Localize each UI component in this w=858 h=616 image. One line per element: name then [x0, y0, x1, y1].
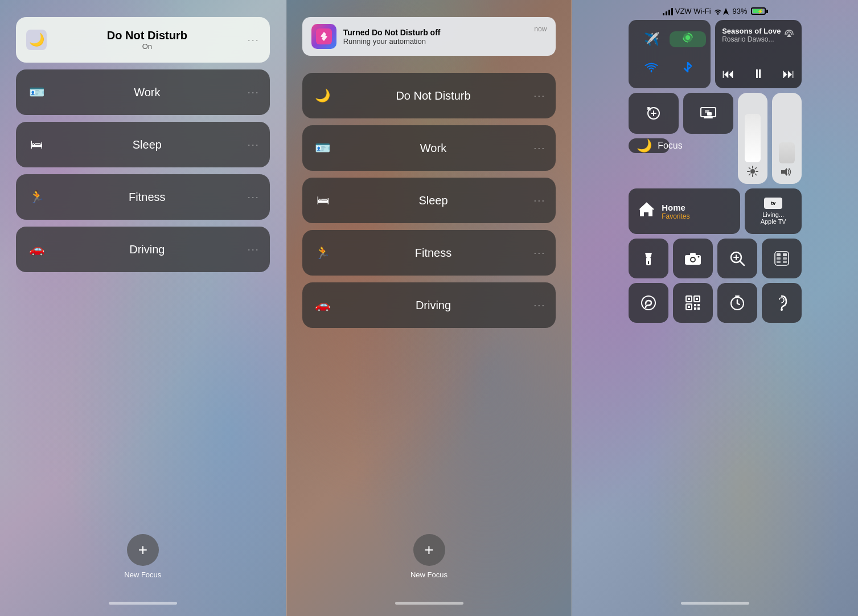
timer-button[interactable]	[717, 283, 757, 323]
flashlight-button[interactable]	[629, 239, 668, 278]
work-icon-2: 🪪	[313, 138, 333, 158]
home-favorites-button[interactable]: Home Favorites	[629, 188, 740, 234]
sleep-icon: 🛏	[26, 134, 47, 155]
shazam-button[interactable]	[629, 283, 668, 323]
home-indicator-2[interactable]	[395, 602, 463, 605]
bluetooth-svg	[683, 60, 692, 74]
hearing-button[interactable]	[762, 283, 802, 323]
fitness-more[interactable]: ···	[248, 191, 260, 203]
camera-button[interactable]	[673, 239, 713, 278]
fitness-more-2[interactable]: ···	[533, 247, 545, 259]
calculator-button[interactable]	[762, 239, 802, 278]
new-focus-button-2[interactable]: +	[413, 534, 445, 566]
focus-item-dnd-2[interactable]: 🌙 Do Not Disturb ···	[302, 73, 556, 118]
svg-marker-18	[781, 168, 787, 176]
home-icon	[638, 202, 655, 221]
dnd-icon-2: 🌙	[313, 85, 333, 106]
sleep-more-2[interactable]: ···	[533, 195, 545, 207]
screen-mirroring-button[interactable]	[683, 93, 733, 134]
bluetooth-button[interactable]	[670, 60, 706, 77]
focus-item-sleep[interactable]: 🛏 Sleep ···	[16, 122, 270, 167]
signal-bars	[663, 7, 673, 15]
new-focus-icon-1: +	[138, 541, 147, 559]
apple-tv-button[interactable]: tv Living... Apple TV	[745, 188, 802, 234]
music-top: Seasons of Love Rosario Dawso...	[722, 27, 795, 43]
dnd-more-2[interactable]: ···	[533, 90, 545, 102]
cc-row-small	[629, 93, 733, 134]
qr-code-button[interactable]	[673, 283, 713, 323]
home-indicator-1[interactable]	[109, 602, 177, 605]
home-title: Home	[662, 203, 689, 212]
play-pause-button[interactable]: ⏸	[752, 67, 765, 81]
apple-tv-logo: tv	[764, 198, 782, 209]
svg-rect-34	[777, 257, 781, 260]
focus-button[interactable]: 🌙 Focus	[629, 138, 670, 153]
rewind-button[interactable]: ⏮	[722, 67, 734, 81]
panel-focus-1: 🌙 Do Not Disturb On ··· 🪪 Work ··· 🛏 Sle…	[0, 0, 286, 616]
fast-forward-button[interactable]: ⏭	[782, 67, 795, 81]
focus-item-work[interactable]: 🪪 Work ···	[16, 69, 270, 115]
airplane-mode-button[interactable]: ✈️	[633, 32, 670, 47]
battery-percent: 93%	[733, 7, 748, 15]
focus-item-work-2[interactable]: 🪪 Work ···	[302, 125, 556, 171]
svg-rect-8	[707, 112, 712, 116]
svg-line-15	[755, 174, 756, 175]
airplay-icon[interactable]	[783, 27, 795, 41]
signal-area: VZW Wi-Fi	[663, 7, 722, 15]
location-icon	[722, 7, 729, 15]
home-tile-info: Home Favorites	[662, 203, 689, 220]
svg-point-26	[698, 256, 700, 258]
focus-item-sleep-2[interactable]: 🛏 Sleep ···	[302, 178, 556, 223]
focus-item-fitness-2[interactable]: 🏃 Fitness ···	[302, 230, 556, 276]
bluetooth-icon	[683, 60, 692, 77]
hearing-icon	[775, 295, 789, 311]
do-not-disturb-icon: 🌙	[26, 30, 47, 50]
svg-rect-45	[694, 304, 696, 306]
work-more[interactable]: ···	[248, 87, 260, 98]
svg-rect-37	[783, 261, 787, 263]
qr-code-icon	[685, 295, 701, 311]
focus-item-driving-2[interactable]: 🚗 Driving ···	[302, 282, 556, 328]
zoom-button[interactable]	[717, 239, 757, 278]
svg-rect-33	[783, 253, 787, 256]
focus-item-driving[interactable]: 🚗 Driving ···	[16, 227, 270, 272]
svg-marker-20	[645, 253, 652, 257]
new-focus-label-1: New Focus	[124, 570, 161, 579]
svg-point-54	[781, 309, 783, 311]
carrier-label: VZW Wi-Fi	[675, 7, 711, 15]
cellular-svg	[682, 31, 694, 44]
sleep-more[interactable]: ···	[248, 139, 260, 151]
svg-line-17	[749, 174, 750, 175]
fitness-label-2: Fitness	[333, 247, 534, 260]
cellular-button[interactable]	[670, 31, 706, 47]
music-controls: ⏮ ⏸ ⏭	[722, 67, 795, 81]
screen-mirroring-icon	[700, 107, 716, 120]
svg-marker-3	[787, 34, 791, 37]
driving-more-2[interactable]: ···	[533, 299, 545, 311]
connectivity-tile[interactable]: ✈️	[629, 20, 711, 88]
music-tile[interactable]: Seasons of Love Rosario Dawso...	[715, 20, 802, 88]
svg-point-2	[685, 35, 690, 40]
notification-content: Turned Do Not Disturb off Running your a…	[343, 28, 528, 46]
notification-banner[interactable]: Turned Do Not Disturb off Running your a…	[302, 17, 556, 56]
focus-item-do-not-disturb-active[interactable]: 🌙 Do Not Disturb On ···	[16, 17, 270, 63]
brightness-slider[interactable]	[738, 93, 767, 184]
status-bar: VZW Wi-Fi 93% ⚡	[654, 0, 777, 20]
brightness-icon	[747, 166, 758, 177]
rotation-lock-button[interactable]	[629, 93, 679, 134]
new-focus-area-1: + New Focus	[124, 534, 161, 579]
home-indicator-3[interactable]	[681, 602, 749, 605]
do-not-disturb-more[interactable]: ···	[248, 34, 260, 46]
work-more-2[interactable]: ···	[533, 142, 545, 154]
do-not-disturb-label: Do Not Disturb	[107, 29, 187, 42]
wifi-toggle-button[interactable]	[633, 61, 670, 76]
svg-point-38	[642, 296, 655, 310]
appletv-text: tv	[771, 200, 775, 206]
sleep-label-2: Sleep	[333, 194, 534, 207]
new-focus-button-1[interactable]: +	[127, 534, 159, 566]
volume-slider[interactable]	[772, 93, 802, 184]
work-label-2: Work	[333, 142, 534, 155]
focus-item-fitness[interactable]: 🏃 Fitness ···	[16, 174, 270, 220]
control-center-grid: ✈️	[623, 20, 807, 323]
driving-more[interactable]: ···	[248, 244, 260, 256]
